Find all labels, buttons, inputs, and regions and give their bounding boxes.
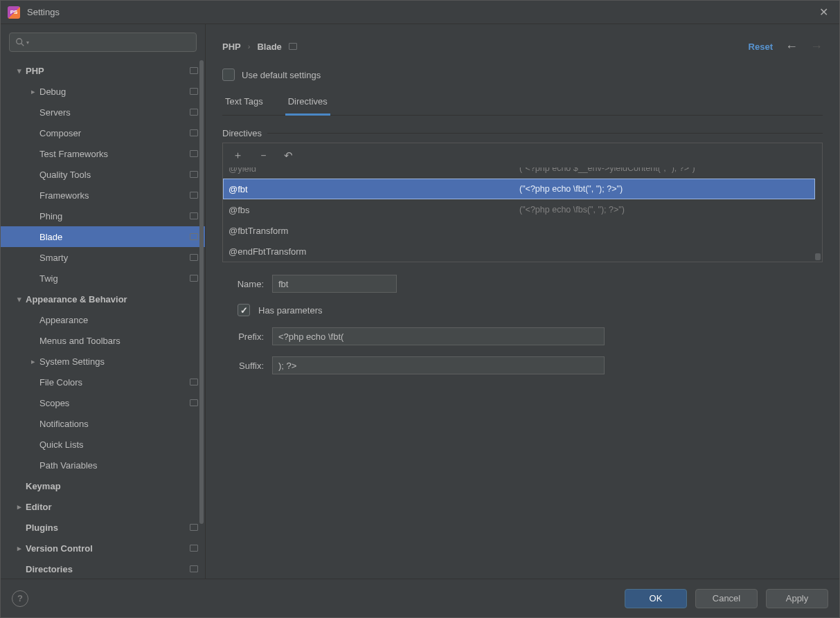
chevron-right-icon: ▸ <box>28 357 38 366</box>
sidebar-item-label: Path Variables <box>39 460 198 471</box>
directive-name: @fbt <box>229 184 519 194</box>
sidebar-item-menus-and-toolbars[interactable]: Menus and Toolbars <box>1 330 205 351</box>
sidebar-item-appearance[interactable]: Appearance <box>1 309 205 330</box>
sidebar-item-label: Phing <box>39 211 190 221</box>
directive-expansion: ("<?php echo \fbs(", "); ?>") <box>519 205 808 215</box>
directive-row[interactable]: @fbs("<?php echo \fbs(", "); ?>") <box>223 199 815 220</box>
project-badge-icon <box>190 379 198 385</box>
sidebar-item-label: Test Frameworks <box>39 149 190 159</box>
breadcrumb: PHP › Blade <box>222 42 749 52</box>
sidebar-item-system-settings[interactable]: ▸System Settings <box>1 351 205 372</box>
sidebar-item-scopes[interactable]: Scopes <box>1 392 205 413</box>
sidebar-item-label: Version Control <box>26 543 190 554</box>
close-icon[interactable]: ✕ <box>815 3 832 21</box>
project-badge-icon <box>190 150 198 157</box>
sidebar-item-frameworks[interactable]: Frameworks <box>1 185 205 206</box>
directive-name: @endFbtTransform <box>229 246 519 257</box>
sidebar-item-label: Quality Tools <box>39 170 190 180</box>
directive-expansion: ("<?php echo $__env->yieldContent(", ");… <box>519 167 808 173</box>
search-dropdown-icon: ▾ <box>26 39 29 46</box>
prefix-field[interactable] <box>272 327 605 345</box>
reset-button[interactable]: Reset <box>749 42 773 52</box>
sidebar-item-path-variables[interactable]: Path Variables <box>1 455 205 475</box>
sidebar-item-label: Debug <box>39 87 190 97</box>
sidebar-item-debug[interactable]: ▸Debug <box>1 81 205 102</box>
breadcrumb-leaf: Blade <box>257 42 281 52</box>
project-badge-icon <box>190 545 198 552</box>
use-default-label: Use default settings <box>242 70 321 80</box>
project-badge-icon <box>289 43 297 50</box>
sidebar-item-keymap[interactable]: Keymap <box>1 475 205 496</box>
svg-point-0 <box>17 39 22 44</box>
scrollbar[interactable] <box>199 60 205 579</box>
remove-icon[interactable]: － <box>258 149 269 162</box>
project-badge-icon <box>190 192 198 199</box>
name-field[interactable] <box>272 275 397 293</box>
project-badge-icon <box>190 88 198 95</box>
directive-row[interactable]: @fbt("<?php echo \fbt(", "); ?>") <box>223 179 815 199</box>
chevron-down-icon: ▾ <box>15 295 24 304</box>
sidebar-item-phing[interactable]: Phing <box>1 206 205 226</box>
sidebar-item-label: Smarty <box>39 253 190 263</box>
sidebar-item-plugins[interactable]: Plugins <box>1 517 205 538</box>
sidebar-item-test-frameworks[interactable]: Test Frameworks <box>1 143 205 164</box>
suffix-field[interactable] <box>272 356 605 374</box>
chevron-down-icon: ▾ <box>15 66 24 75</box>
breadcrumb-root: PHP <box>222 42 241 52</box>
ok-button[interactable]: OK <box>625 589 687 608</box>
search-input[interactable]: ▾ <box>9 33 197 52</box>
add-icon[interactable]: ＋ <box>233 149 243 162</box>
search-icon <box>15 37 25 47</box>
directives-list[interactable]: @yield("<?php echo $__env->yieldContent(… <box>223 167 822 262</box>
sidebar-item-composer[interactable]: Composer <box>1 122 205 143</box>
project-badge-icon <box>190 254 198 261</box>
sidebar-item-twig[interactable]: Twig <box>1 268 205 289</box>
sidebar-item-quick-lists[interactable]: Quick Lists <box>1 434 205 455</box>
apply-button[interactable]: Apply <box>766 589 828 608</box>
tab-text-tags[interactable]: Text Tags <box>222 91 266 115</box>
sidebar-item-servers[interactable]: Servers <box>1 102 205 122</box>
sidebar-item-label: System Settings <box>39 356 198 367</box>
scrollbar[interactable] <box>815 167 821 262</box>
suffix-label: Suffix: <box>222 361 264 371</box>
sidebar-item-notifications[interactable]: Notifications <box>1 413 205 434</box>
settings-tree[interactable]: ▾PHP▸DebugServersComposerTest Frameworks… <box>1 60 205 579</box>
use-default-checkbox[interactable] <box>222 69 235 81</box>
sidebar-item-smarty[interactable]: Smarty <box>1 247 205 268</box>
sidebar-item-file-colors[interactable]: File Colors <box>1 372 205 392</box>
chevron-right-icon: ▸ <box>15 544 24 553</box>
directive-row[interactable]: @yield("<?php echo $__env->yieldContent(… <box>223 167 815 179</box>
cancel-button[interactable]: Cancel <box>695 589 758 608</box>
sidebar-item-php[interactable]: ▾PHP <box>1 60 205 81</box>
directive-name: @fbs <box>229 205 519 215</box>
directive-row[interactable]: @fbtTransform <box>223 220 815 241</box>
chevron-right-icon: › <box>248 42 251 51</box>
name-label: Name: <box>222 279 264 289</box>
project-badge-icon <box>190 233 198 240</box>
chevron-right-icon: ▸ <box>15 502 24 511</box>
chevron-right-icon: ▸ <box>28 87 38 96</box>
revert-icon[interactable]: ↶ <box>284 149 293 162</box>
sidebar-item-label: Editor <box>26 502 198 512</box>
app-icon: PS <box>8 6 20 19</box>
sidebar-item-label: File Colors <box>39 377 190 388</box>
sidebar-item-label: Plugins <box>26 522 190 533</box>
sidebar-item-version-control[interactable]: ▸Version Control <box>1 538 205 558</box>
sidebar-item-label: PHP <box>26 66 190 76</box>
sidebar-item-label: Blade <box>39 232 190 242</box>
directive-row[interactable]: @endFbtTransform <box>223 241 815 262</box>
has-parameters-checkbox[interactable] <box>238 304 250 316</box>
svg-line-1 <box>21 44 24 46</box>
back-icon[interactable]: ← <box>785 39 798 54</box>
sidebar-item-quality-tools[interactable]: Quality Tools <box>1 164 205 185</box>
tab-directives[interactable]: Directives <box>285 91 330 116</box>
sidebar-item-appearance-behavior[interactable]: ▾Appearance & Behavior <box>1 289 205 309</box>
sidebar-item-label: Servers <box>39 107 190 118</box>
sidebar-item-blade[interactable]: Blade <box>1 226 205 247</box>
sidebar-item-directories[interactable]: Directories <box>1 558 205 579</box>
sidebar-item-editor[interactable]: ▸Editor <box>1 496 205 517</box>
project-badge-icon <box>190 524 198 531</box>
help-icon[interactable]: ? <box>12 590 28 607</box>
project-badge-icon <box>190 109 198 116</box>
directive-name: @yield <box>229 167 519 174</box>
